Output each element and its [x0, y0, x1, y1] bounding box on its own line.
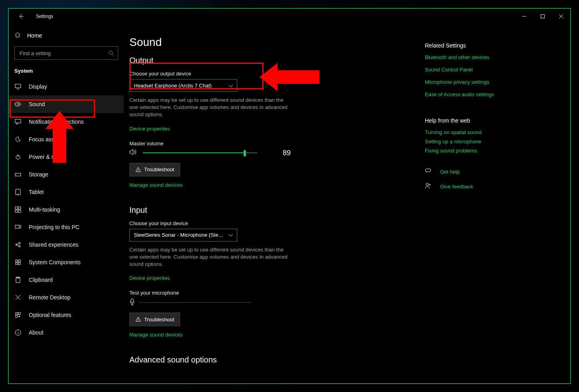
- speaker-icon[interactable]: [129, 149, 137, 157]
- help-icon: [425, 168, 433, 176]
- input-device-dropdown[interactable]: SteelSeries Sonar - Microphone (Ste…: [129, 229, 237, 242]
- search-input[interactable]: [19, 50, 108, 57]
- sidebar-item-clipboard[interactable]: Clipboard: [9, 271, 124, 289]
- sidebar-item-label: System Components: [29, 259, 81, 265]
- related-link[interactable]: Bluetooth and other devices: [425, 54, 558, 60]
- warning-icon: [135, 317, 141, 322]
- components-icon: [14, 259, 22, 265]
- chevron-down-icon: [229, 232, 233, 238]
- svg-rect-16: [18, 207, 21, 209]
- volume-slider[interactable]: [143, 152, 257, 153]
- svg-line-5: [112, 54, 114, 56]
- svg-rect-18: [18, 210, 21, 212]
- svg-point-12: [16, 174, 16, 175]
- sidebar-item-power-sleep[interactable]: Power & sleep: [9, 148, 124, 166]
- input-choose-label: Choose your input device: [129, 220, 413, 226]
- get-help-link[interactable]: Get help: [440, 169, 460, 175]
- input-device-properties-link[interactable]: Device properties: [129, 275, 170, 281]
- sidebar-item-remote-desktop[interactable]: Remote Desktop: [9, 289, 124, 306]
- power-icon: [14, 154, 22, 160]
- warning-icon: [135, 167, 141, 172]
- sidebar: Home System DisplaySoundNotifications & …: [9, 24, 124, 383]
- sidebar-item-label: Display: [29, 83, 47, 90]
- related-link[interactable]: Microphone privacy settings: [425, 79, 558, 85]
- sidebar-item-about[interactable]: About: [9, 324, 124, 341]
- output-device-value: Headset Earphone (Arctis 7 Chat): [134, 83, 212, 89]
- moon-icon: [14, 136, 22, 143]
- right-rail: Related Settings Bluetooth and other dev…: [425, 24, 570, 383]
- volume-value: 89: [283, 149, 291, 157]
- svg-rect-17: [15, 210, 18, 212]
- related-link[interactable]: Sound Control Panel: [425, 67, 558, 73]
- sidebar-section-label: System: [9, 68, 124, 74]
- help-link[interactable]: Setting up a microphone: [425, 139, 558, 145]
- sidebar-item-label: About: [29, 329, 44, 336]
- help-title: Help from the web: [425, 117, 558, 124]
- sidebar-home-label: Home: [27, 32, 42, 39]
- feedback-icon: [425, 183, 433, 190]
- input-device-value: SteelSeries Sonar - Microphone (Ste…: [134, 232, 224, 238]
- sidebar-item-label: Optional features: [29, 312, 71, 318]
- monitor-icon: [14, 83, 22, 90]
- sidebar-item-system-components[interactable]: System Components: [9, 253, 124, 271]
- svg-rect-31: [16, 313, 18, 315]
- output-choose-label: Choose your output device: [129, 71, 413, 77]
- features-icon: [14, 312, 22, 318]
- sidebar-item-sound[interactable]: Sound: [9, 95, 124, 113]
- sidebar-item-multi-tasking[interactable]: Multi-tasking: [9, 201, 124, 218]
- sidebar-item-label: Remote Desktop: [29, 294, 70, 301]
- close-icon: [559, 14, 563, 18]
- slider-thumb[interactable]: [244, 150, 246, 156]
- minimize-icon: [522, 14, 526, 18]
- maximize-button[interactable]: [533, 10, 552, 23]
- sidebar-item-projecting-to-this-pc[interactable]: Projecting to this PC: [9, 218, 124, 236]
- input-heading: Input: [129, 206, 413, 215]
- input-manage-link[interactable]: Manage sound devices: [129, 332, 183, 338]
- info-icon: [14, 329, 22, 336]
- svg-point-43: [138, 321, 139, 321]
- output-device-properties-link[interactable]: Device properties: [129, 126, 170, 132]
- sidebar-item-label: Sound: [29, 101, 45, 107]
- sidebar-item-display[interactable]: Display: [9, 78, 124, 95]
- svg-rect-25: [16, 263, 18, 265]
- sidebar-home[interactable]: Home: [9, 27, 124, 44]
- help-link[interactable]: Fixing sound problems: [425, 148, 558, 154]
- minimize-button[interactable]: [515, 10, 533, 23]
- troubleshoot-label: Troubleshoot: [144, 166, 174, 172]
- help-link[interactable]: Turning on spatial sound: [425, 129, 558, 135]
- sidebar-item-notifications-actions[interactable]: Notifications & actions: [9, 113, 124, 131]
- output-device-dropdown[interactable]: Headset Earphone (Arctis 7 Chat): [129, 79, 237, 92]
- input-troubleshoot-button[interactable]: Troubleshoot: [129, 313, 180, 326]
- search-icon: [108, 50, 114, 56]
- maximize-icon: [541, 14, 545, 18]
- share-icon: [14, 242, 22, 248]
- search-input-wrap[interactable]: [14, 46, 118, 60]
- advanced-heading: Advanced sound options: [129, 355, 413, 364]
- sidebar-item-storage[interactable]: Storage: [9, 166, 124, 183]
- message-icon: [14, 119, 22, 125]
- input-description: Certain apps may be set up to use differ…: [129, 246, 289, 268]
- output-description: Certain apps may be set up to use differ…: [129, 97, 289, 119]
- sidebar-item-focus-assist[interactable]: Focus assist: [9, 131, 124, 148]
- svg-rect-24: [18, 260, 20, 262]
- back-button[interactable]: [16, 11, 26, 22]
- output-troubleshoot-button[interactable]: Troubleshoot: [129, 163, 180, 176]
- drive-icon: [14, 171, 22, 178]
- related-settings-title: Related Settings: [425, 42, 558, 49]
- sidebar-item-shared-experiences[interactable]: Shared experiences: [9, 236, 124, 253]
- home-icon: [14, 32, 21, 40]
- sidebar-item-label: Shared experiences: [29, 242, 79, 248]
- app-title: Settings: [36, 14, 53, 19]
- project-icon: [14, 224, 22, 230]
- microphone-icon: [129, 298, 135, 307]
- give-feedback-link[interactable]: Give feedback: [440, 184, 473, 190]
- sidebar-item-tablet[interactable]: Tablet: [9, 183, 124, 201]
- sidebar-item-label: Projecting to this PC: [29, 224, 79, 230]
- related-link[interactable]: Ease of Access audio settings: [425, 91, 558, 97]
- speaker-icon: [14, 101, 22, 107]
- page-title: Sound: [129, 36, 413, 49]
- sidebar-item-optional-features[interactable]: Optional features: [9, 306, 124, 324]
- output-manage-link[interactable]: Manage sound devices: [129, 182, 183, 188]
- svg-rect-23: [16, 260, 18, 262]
- close-button[interactable]: [552, 10, 570, 23]
